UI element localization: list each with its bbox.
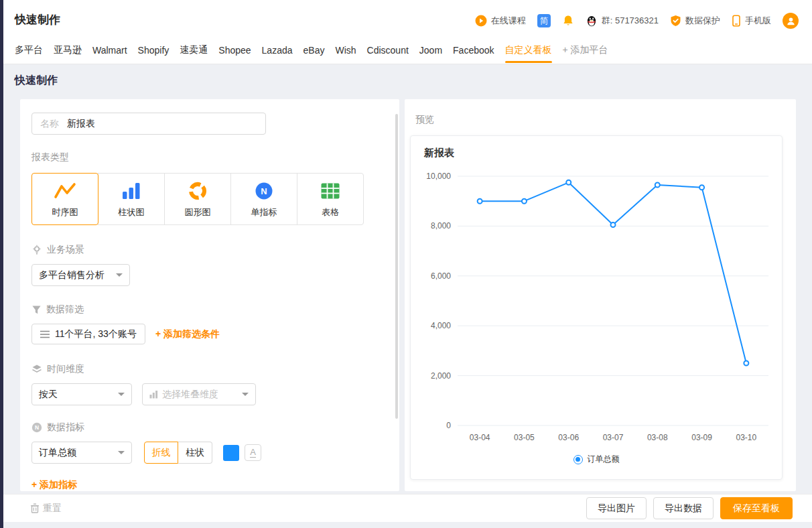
legend-series-label: 订单总额 [588, 454, 620, 465]
play-circle-icon [475, 15, 487, 27]
svg-text:4,000: 4,000 [431, 321, 451, 330]
report-builder-panel: 名称 报表类型 时序图 柱状图 圆形图 N 单指标 [20, 99, 399, 491]
export-data-button[interactable]: 导出数据 [653, 497, 714, 519]
preview-panel: 预览 新报表 02,0004,0006,0008,00010,00003-040… [405, 99, 796, 491]
platform-account-filter-button[interactable]: 11个平台, 33个账号 [31, 324, 145, 344]
style-line-toggle[interactable]: 折线 [144, 442, 178, 464]
svg-text:10,000: 10,000 [426, 172, 451, 181]
mini-bars-icon [149, 390, 158, 399]
time-granularity-select[interactable]: 按天 [31, 383, 132, 405]
svg-text:0: 0 [446, 421, 451, 430]
donut-chart-icon [188, 180, 208, 202]
single-metric-icon: N [255, 180, 273, 202]
chevron-down-icon [118, 451, 125, 454]
tab-shopee[interactable]: Shopee [218, 45, 251, 56]
business-scene-section: 业务场景 [31, 244, 388, 256]
data-protection-link[interactable]: 数据保护 [670, 15, 720, 27]
bulb-icon [31, 245, 42, 255]
page-title: 快速制作 [15, 74, 58, 88]
qq-group-link[interactable]: 群: 571736321 [586, 15, 659, 27]
trash-icon [30, 503, 40, 513]
svg-text:N: N [261, 186, 267, 196]
tab-walmart[interactable]: Walmart [92, 45, 127, 56]
tab-custom-dashboard[interactable]: 自定义看板 [505, 44, 552, 56]
tab-joom[interactable]: Joom [419, 45, 442, 56]
svg-text:8,000: 8,000 [431, 221, 451, 230]
collapsed-sidebar-strip [0, 0, 3, 528]
svg-text:03-08: 03-08 [647, 433, 668, 442]
report-type-label: 报表类型 [31, 151, 388, 163]
phone-icon [732, 15, 741, 27]
svg-text:03-06: 03-06 [558, 433, 579, 442]
data-filter-section: 数据筛选 [31, 304, 388, 316]
add-platform-button[interactable]: + 添加平台 [563, 44, 608, 56]
stack-dimension-select[interactable]: 选择堆叠维度 [142, 383, 256, 405]
chevron-down-icon [242, 393, 249, 396]
save-to-dashboard-button[interactable]: 保存至看板 [720, 497, 793, 519]
svg-text:03-10: 03-10 [736, 433, 757, 442]
svg-text:03-09: 03-09 [691, 433, 712, 442]
svg-text:03-04: 03-04 [470, 433, 490, 442]
action-footer: 重置 导出图片 导出数据 保存至看板 [0, 494, 812, 522]
tab-ebay[interactable]: eBay [303, 45, 325, 56]
report-type-pie[interactable]: 圆形图 [164, 173, 231, 225]
user-avatar[interactable] [783, 13, 799, 29]
svg-text:03-05: 03-05 [514, 433, 535, 442]
metric-select[interactable]: 订单总额 [31, 442, 132, 464]
topbar-right-cluster: 在线课程 简 群: 571736321 数据保护 手机版 [475, 11, 799, 31]
preview-chart-svg: 02,0004,0006,0008,00010,00003-0403-0503-… [415, 160, 776, 448]
style-bar-toggle[interactable]: 柱状 [178, 442, 212, 464]
series-color-swatch[interactable] [223, 445, 239, 461]
chart-legend[interactable]: 订单总额 [411, 454, 782, 465]
top-bar: 快速制作 在线课程 简 群: 571736321 数据保护 手机版 多平台 亚马… [0, 0, 812, 64]
label-style-button[interactable]: A [245, 444, 261, 461]
tab-aliexpress[interactable]: 速卖通 [180, 44, 208, 56]
chevron-down-icon [118, 393, 125, 396]
app-title: 快速制作 [15, 12, 60, 27]
chevron-down-icon [116, 273, 123, 277]
shield-check-icon [670, 15, 681, 27]
reset-button[interactable]: 重置 [30, 503, 62, 515]
tab-platform-all[interactable]: 多平台 [15, 44, 43, 56]
person-icon [786, 16, 796, 26]
layers-icon [31, 364, 42, 375]
svg-text:2,000: 2,000 [431, 371, 451, 381]
tab-amazon[interactable]: 亚马逊 [54, 44, 82, 56]
metric-style-toggle: 折线 柱状 [144, 442, 212, 464]
line-chart-icon [53, 180, 77, 202]
business-scene-select[interactable]: 多平台销售分析 [31, 264, 130, 286]
platform-tabs: 多平台 亚马逊 Walmart Shopify 速卖通 Shopee Lazad… [15, 37, 608, 64]
preview-label: 预览 [415, 114, 434, 126]
svg-text:6,000: 6,000 [431, 271, 451, 281]
data-metric-section: N 数据指标 [31, 421, 388, 434]
panel-scrollbar[interactable] [395, 114, 398, 419]
tab-shopify[interactable]: Shopify [138, 45, 170, 56]
report-name-field[interactable]: 名称 [31, 113, 266, 135]
tab-lazada[interactable]: Lazada [262, 45, 293, 56]
add-metric-link[interactable]: + 添加指标 [31, 479, 77, 490]
svg-text:N: N [35, 424, 39, 431]
business-scene-label: 业务场景 [47, 244, 84, 256]
notification-bell-icon[interactable] [562, 15, 574, 27]
simplified-chinese-badge[interactable]: 简 [537, 14, 551, 27]
mobile-version-link[interactable]: 手机版 [732, 15, 771, 27]
online-course-link[interactable]: 在线课程 [475, 15, 526, 27]
bar-chart-icon [122, 180, 141, 202]
svg-text:03-07: 03-07 [603, 433, 624, 442]
add-filter-condition-link[interactable]: + 添加筛选条件 [155, 328, 220, 340]
table-icon [320, 180, 340, 202]
report-type-bar[interactable]: 柱状图 [98, 173, 165, 225]
metric-n-icon: N [31, 422, 42, 433]
export-image-button[interactable]: 导出图片 [586, 497, 647, 519]
chart-title: 新报表 [424, 147, 454, 159]
report-type-table[interactable]: 表格 [297, 173, 364, 225]
report-type-single-metric[interactable]: N 单指标 [230, 173, 297, 225]
tab-facebook[interactable]: Facebook [453, 45, 494, 56]
report-type-timeseries[interactable]: 时序图 [31, 173, 98, 225]
legend-marker-icon [573, 455, 583, 464]
tab-wish[interactable]: Wish [335, 45, 356, 56]
report-type-cards: 时序图 柱状图 圆形图 N 单指标 表格 [31, 173, 388, 225]
time-dimension-label: 时间维度 [47, 363, 84, 375]
report-name-input[interactable] [67, 119, 257, 129]
tab-cdiscount[interactable]: Cdiscount [367, 45, 409, 56]
